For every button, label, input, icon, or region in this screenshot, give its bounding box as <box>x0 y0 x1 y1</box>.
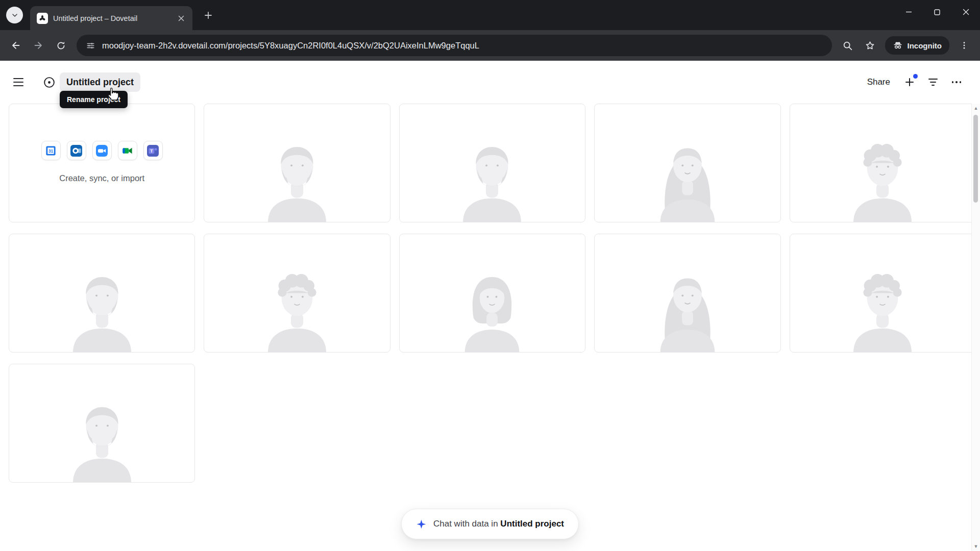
ai-sparkle-icon <box>416 519 427 530</box>
chat-bar-text: Chat with data in Untitled project <box>433 519 564 529</box>
plus-icon <box>204 11 212 19</box>
person-avatar-illustration <box>845 260 920 353</box>
kebab-menu-icon <box>960 41 969 50</box>
forward-button[interactable] <box>28 35 49 56</box>
import-card-label: Create, sync, or import <box>59 173 144 183</box>
browser-tab[interactable]: Untitled project – Dovetail <box>30 6 192 30</box>
new-tab-button[interactable] <box>201 8 215 22</box>
person-avatar-illustration <box>650 130 725 222</box>
person-avatar-illustration <box>65 260 139 353</box>
video-card[interactable] <box>399 104 585 222</box>
browser-menu-button[interactable] <box>953 35 975 56</box>
project-title[interactable]: Untitled project <box>60 72 140 92</box>
person-avatar-illustration <box>845 130 920 222</box>
maximize-button[interactable] <box>923 0 951 24</box>
maximize-icon <box>934 9 940 15</box>
project-header: Untitled project Rename project Share <box>0 61 980 104</box>
site-info-tune-icon[interactable] <box>86 41 95 51</box>
minimize-icon <box>905 9 912 15</box>
outlook-icon[interactable] <box>67 141 86 160</box>
video-card[interactable] <box>790 104 976 222</box>
star-icon <box>865 40 875 51</box>
chevron-down-icon <box>11 11 19 19</box>
more-options-button[interactable] <box>946 72 967 92</box>
person-avatar-illustration <box>455 130 529 222</box>
close-icon <box>963 9 969 15</box>
notification-dot <box>913 74 918 79</box>
chat-with-data-bar[interactable]: Chat with data in Untitled project <box>401 509 579 539</box>
person-avatar-illustration <box>65 390 139 483</box>
person-avatar-illustration <box>260 130 334 222</box>
search-icon <box>842 40 853 51</box>
integration-icon-row <box>41 141 163 160</box>
url-text[interactable]: moodjoy-team-2h2v.dovetail.com/projects/… <box>102 41 479 51</box>
scroll-down-icon[interactable]: ▼ <box>974 542 978 551</box>
ellipsis-icon <box>952 81 962 83</box>
browser-titlebar: Untitled project – Dovetail <box>0 0 980 30</box>
video-card[interactable] <box>594 234 780 353</box>
import-card[interactable]: Create, sync, or import <box>9 104 195 222</box>
close-icon <box>178 15 184 21</box>
person-avatar-illustration <box>650 260 725 353</box>
video-card[interactable] <box>204 104 390 222</box>
address-bar[interactable]: moodjoy-team-2h2v.dovetail.com/projects/… <box>77 35 832 56</box>
zoom-icon[interactable] <box>92 141 112 160</box>
browser-toolbar: moodjoy-team-2h2v.dovetail.com/projects/… <box>0 30 980 61</box>
header-actions: Share <box>861 72 967 92</box>
tab-search-button[interactable] <box>6 7 23 23</box>
google-meet-icon[interactable] <box>118 141 137 160</box>
bookmark-button[interactable] <box>860 35 881 56</box>
window-controls <box>894 0 980 24</box>
scroll-thumb[interactable] <box>973 115 978 203</box>
minimize-button[interactable] <box>894 0 923 24</box>
back-arrow-icon <box>10 40 21 51</box>
video-card[interactable] <box>399 234 585 353</box>
project-grid: Create, sync, or import <box>0 104 980 503</box>
dovetail-logo-icon <box>37 13 48 24</box>
share-button[interactable]: Share <box>861 73 896 91</box>
incognito-icon <box>893 40 903 51</box>
video-card[interactable] <box>594 104 780 222</box>
filter-button[interactable] <box>923 72 943 92</box>
video-card[interactable] <box>9 364 195 483</box>
tab-close-button[interactable] <box>175 12 187 24</box>
project-icon[interactable] <box>43 76 56 89</box>
chat-bar-prefix: Chat with data in <box>433 519 498 529</box>
forward-arrow-icon <box>33 40 44 51</box>
tab-title: Untitled project – Dovetail <box>53 14 170 22</box>
filter-icon <box>928 79 938 86</box>
dovetail-app: Untitled project Rename project Share <box>0 61 980 551</box>
video-card[interactable] <box>204 234 390 353</box>
incognito-badge: Incognito <box>885 36 950 55</box>
scroll-up-icon[interactable]: ▲ <box>974 104 978 113</box>
close-window-button[interactable] <box>951 0 980 24</box>
google-calendar-icon[interactable] <box>41 141 61 160</box>
video-card[interactable] <box>9 234 195 353</box>
chat-bar-project-name: Untitled project <box>500 519 564 529</box>
search-button[interactable] <box>837 35 859 56</box>
person-avatar-illustration <box>455 260 529 353</box>
video-card[interactable] <box>790 234 976 353</box>
sidebar-menu-button[interactable] <box>13 73 32 91</box>
scrollbar[interactable]: ▲ ▼ <box>971 104 980 551</box>
incognito-label: Incognito <box>908 41 942 50</box>
reload-icon <box>56 40 66 51</box>
project-title-wrap: Untitled project Rename project <box>60 77 140 88</box>
add-button[interactable] <box>899 72 920 92</box>
person-avatar-illustration <box>260 260 334 353</box>
plus-icon <box>904 77 915 87</box>
reload-button[interactable] <box>50 35 71 56</box>
back-button[interactable] <box>5 35 27 56</box>
teams-icon[interactable] <box>143 141 163 160</box>
hand-cursor-icon <box>107 87 119 101</box>
